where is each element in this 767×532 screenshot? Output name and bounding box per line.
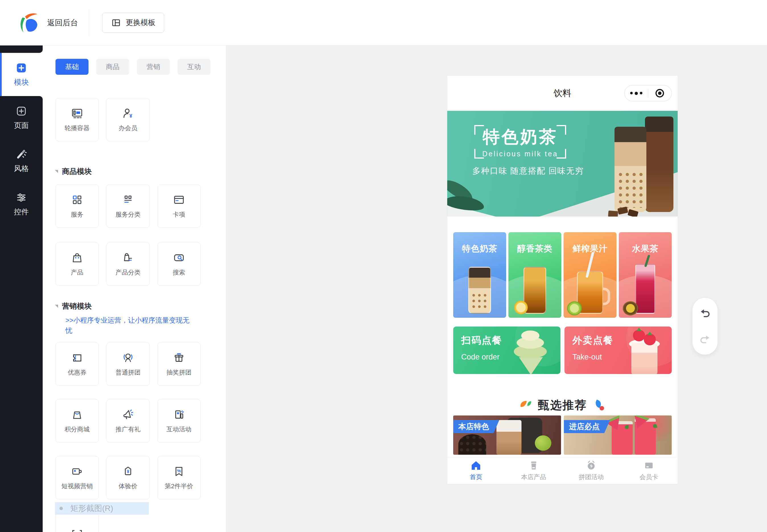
lemon-decor — [514, 301, 528, 314]
module-card-service-category[interactable]: 服务分类 — [106, 184, 150, 228]
rail-item-controls[interactable]: 控件 — [0, 182, 43, 226]
rail-item-label: 模块 — [14, 77, 29, 87]
module-card-product[interactable]: 产品 — [55, 242, 99, 286]
module-card-service[interactable]: 服务 — [55, 184, 99, 228]
mint-decor — [625, 425, 629, 429]
back-to-admin[interactable]: 返回后台 — [0, 0, 78, 45]
module-card-label: 搜索 — [173, 268, 185, 277]
product-category-icon — [121, 251, 134, 264]
module-card-trial-price[interactable]: ¥ 体验价 — [106, 456, 150, 499]
mini-program-capsule — [624, 85, 672, 101]
service-grid-icon — [70, 193, 84, 206]
tabbar-member-card[interactable]: 会员卡 — [620, 457, 678, 484]
module-card-referral[interactable]: 推广有礼 — [106, 399, 150, 442]
douyin-icon: ♪ — [70, 528, 84, 532]
order-card-title: 外卖点餐 — [572, 334, 614, 347]
module-card-group-buy[interactable]: 普通拼团 — [106, 342, 150, 386]
editor-canvas: 饮料 特色奶茶 Delic — [226, 45, 767, 532]
card-item-icon — [172, 193, 185, 206]
module-card-member[interactable]: ¥ 办会员 — [106, 98, 150, 141]
section-header-goods[interactable]: 商品模块 — [55, 166, 226, 177]
add-page-icon — [15, 105, 27, 117]
half-price-icon: % — [172, 465, 185, 478]
history-controls — [693, 298, 718, 355]
svg-text:¥: ¥ — [129, 113, 132, 119]
product-bag-icon — [70, 251, 84, 264]
rail-item-style[interactable]: 风格 — [0, 139, 43, 182]
left-rail: 模块 页面 风格 — [0, 45, 43, 532]
tab-basic[interactable]: 基础 — [55, 59, 88, 75]
more-icon[interactable] — [625, 92, 648, 95]
milk-tea-cup-front — [615, 127, 646, 212]
rail-item-pages[interactable]: 页面 — [0, 96, 43, 139]
module-card-card-item[interactable]: 卡项 — [157, 184, 201, 228]
tab-goods[interactable]: 商品 — [96, 59, 129, 75]
leaves-decor-icon — [519, 398, 532, 412]
module-card-label: 体验价 — [119, 482, 137, 491]
drink-photo — [635, 264, 655, 314]
module-card-carousel[interactable]: 轮播容器 — [55, 98, 99, 141]
promo-card-must-order[interactable]: 进店必点 — [564, 415, 672, 455]
trial-price-icon: ¥ — [121, 465, 134, 478]
topbar-divider — [89, 9, 89, 36]
module-card-label: 短视频营销 — [61, 482, 93, 491]
tabbar-label: 会员卡 — [640, 473, 658, 481]
module-card-coupon[interactable]: 优惠券 — [55, 342, 99, 386]
rail-item-label: 风格 — [14, 164, 29, 174]
tabbar-group-activity[interactable]: 拼团活动 — [562, 457, 620, 484]
module-card-douyin[interactable]: ♪ — [55, 513, 99, 532]
module-card-label: 轮播容器 — [65, 124, 90, 132]
banner-module[interactable]: 特色奶茶 Delicious milk tea 多种口味 随意搭配 回味无穷 — [447, 111, 678, 217]
category-card-tea[interactable]: 醇香茶类 — [508, 232, 561, 318]
module-panel: 基础 商品 营销 互动 轮播容器 ¥ 办会员 — [43, 45, 226, 532]
tab-marketing[interactable]: 营销 — [137, 59, 170, 75]
member-icon: ¥ — [121, 107, 134, 120]
category-card-milk-tea[interactable]: 特色奶茶 — [453, 232, 506, 318]
svg-text:¥: ¥ — [126, 469, 129, 474]
rail-item-modules[interactable]: 模块 — [0, 53, 43, 96]
module-card-label: 积分商城 — [65, 425, 90, 434]
tabbar-products[interactable]: 本店产品 — [505, 457, 563, 484]
module-card-label: 服务 — [71, 210, 83, 219]
banner-subtitle: Delicious milk tea — [474, 150, 566, 158]
recommend-title: 甄选推荐 — [538, 397, 587, 413]
module-card-product-category[interactable]: 产品分类 — [106, 242, 150, 286]
undo-button[interactable] — [698, 306, 712, 320]
style-wand-icon — [15, 148, 27, 160]
category-label: 鲜榨果汁 — [563, 243, 617, 255]
module-card-interactive[interactable]: 互动活动 — [157, 399, 201, 442]
mini-app-header: 饮料 — [447, 76, 678, 111]
module-card-search[interactable]: 搜索 — [157, 242, 201, 286]
module-card-second-half-price[interactable]: % 第2件半价 — [157, 456, 201, 499]
rail-rest: 页面 风格 控件 — [0, 96, 43, 532]
takeout-order-card[interactable]: 外卖点餐 Take-out — [564, 327, 672, 374]
banner-tagline: 多种口味 随意搭配 回味无穷 — [472, 165, 584, 177]
target-icon[interactable] — [648, 89, 672, 97]
module-card-short-video[interactable]: 短视频营销 — [55, 456, 99, 499]
tabbar-home[interactable]: 首页 — [447, 457, 505, 484]
promo-badge: 进店必点 — [564, 420, 610, 433]
template-layout-icon — [111, 18, 121, 28]
banner-bracket-frame: 特色奶茶 Delicious milk tea — [474, 125, 566, 159]
add-module-icon — [15, 62, 27, 74]
module-card-points-mall[interactable]: 积分商城 — [55, 399, 99, 442]
category-label: 特色奶茶 — [453, 243, 506, 255]
scan-order-card[interactable]: 扫码点餐 Code order — [453, 327, 560, 374]
change-template-label: 更换模板 — [126, 18, 155, 28]
service-category-icon — [121, 193, 134, 206]
tab-interactive[interactable]: 互动 — [177, 59, 211, 75]
marketing-promo-link[interactable]: >>小程序专业运营，让小程序流量变现无忧 — [65, 315, 196, 336]
category-card-juice[interactable]: 鲜榨果汁 — [563, 232, 617, 318]
phone-preview: 饮料 特色奶茶 Delic — [447, 76, 678, 484]
change-template-button[interactable]: 更换模板 — [102, 13, 164, 33]
category-card-fruit-tea[interactable]: 水果茶 — [619, 232, 672, 318]
module-card-lottery-group[interactable]: 抽奖拼团 — [157, 342, 201, 386]
lime-decor — [567, 301, 582, 315]
passion-fruit-decor — [623, 301, 638, 315]
points-mall-icon — [70, 408, 84, 421]
section-header-marketing[interactable]: 营销模块 — [55, 300, 226, 312]
promo-card-shop-special[interactable]: 本店特色 — [453, 415, 561, 455]
redo-button[interactable] — [698, 333, 712, 346]
order-card-subtitle: Code order — [461, 353, 499, 361]
interactive-icon — [172, 408, 185, 421]
